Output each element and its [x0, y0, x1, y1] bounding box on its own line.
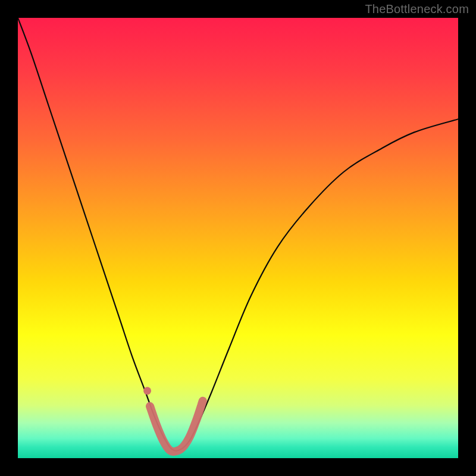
- watermark-text: TheBottleneck.com: [365, 2, 469, 16]
- plot-area: [18, 18, 458, 458]
- optimal-band-highlight: [150, 401, 203, 452]
- curve-layer: [18, 18, 458, 458]
- chart-frame: TheBottleneck.com: [0, 0, 476, 476]
- bottleneck-curve: [18, 18, 458, 451]
- optimal-band-dot: [143, 387, 151, 394]
